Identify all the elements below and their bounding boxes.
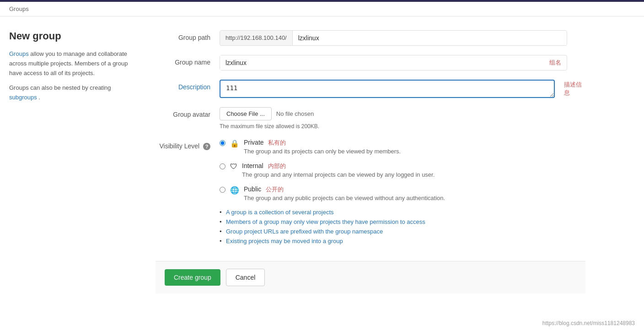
visibility-internal: 🛡 Internal 内部的 The group and any interna… — [220, 162, 567, 178]
visibility-field: Visibility Level ? 🔒 Private 私有的 — [156, 139, 585, 247]
group-name-label: Group name — [156, 55, 220, 66]
intro-text: Groups allow you to manage and collabora… — [9, 49, 137, 78]
left-panel: New group Groups allow you to manage and… — [9, 30, 156, 293]
description-hint: 描述信息 — [564, 81, 585, 97]
visibility-private-radio[interactable] — [220, 140, 225, 146]
choose-file-button[interactable]: Choose File ... — [220, 107, 272, 120]
groups-link[interactable]: Groups — [9, 50, 29, 57]
group-path-input[interactable] — [293, 31, 567, 45]
cancel-button[interactable]: Cancel — [226, 269, 265, 286]
description-field: Description 描述信息 — [156, 80, 585, 98]
info-list: A group is a collection of several proje… — [220, 209, 567, 244]
public-label-cn: 公开的 — [266, 186, 284, 193]
lock-icon: 🔒 — [230, 139, 239, 148]
shield-icon: 🛡 — [230, 163, 237, 171]
group-name-hint: 组名 — [549, 59, 567, 67]
group-path-label: Group path — [156, 30, 220, 41]
info-item-2: Members of a group may only view project… — [220, 218, 567, 225]
group-avatar-field: Group avatar Choose File ... No file cho… — [156, 107, 585, 130]
visibility-private: 🔒 Private 私有的 The group and its projects… — [220, 139, 567, 155]
public-desc: The group and any public projects can be… — [244, 195, 445, 201]
info-item-1: A group is a collection of several proje… — [220, 209, 567, 216]
group-path-field: Group path http://192.168.100.140/ — [156, 30, 585, 46]
page-title: New group — [9, 30, 137, 42]
private-label-cn: 私有的 — [268, 139, 286, 146]
internal-desc: The group and any internal projects can … — [242, 171, 435, 178]
subgroups-text: Groups can also be nested by creating su… — [9, 83, 137, 103]
group-path-prefix: http://192.168.100.140/ — [220, 31, 293, 45]
breadcrumb: Groups — [0, 2, 644, 16]
visibility-label: Visibility Level ? — [156, 139, 220, 150]
group-name-input[interactable] — [220, 55, 549, 70]
file-size-hint: The maximum file size allowed is 200KB. — [220, 123, 585, 130]
group-path-input-group: http://192.168.100.140/ — [220, 30, 567, 46]
group-name-wrapper: 组名 — [220, 55, 567, 71]
create-group-button[interactable]: Create group — [165, 269, 220, 286]
visibility-options: 🔒 Private 私有的 The group and its projects… — [220, 139, 567, 244]
visibility-public-radio[interactable] — [220, 187, 225, 193]
no-file-text: No file chosen — [276, 110, 314, 117]
internal-label-cn: 内部的 — [268, 163, 286, 169]
form-actions: Create group Cancel — [156, 261, 585, 293]
visibility-help-icon[interactable]: ? — [203, 143, 210, 150]
breadcrumb-label: Groups — [9, 5, 29, 12]
info-item-4: Existing projects may be moved into a gr… — [220, 238, 567, 244]
right-panel: Group path http://192.168.100.140/ Group… — [156, 30, 585, 293]
subgroups-link[interactable]: subgroups — [9, 94, 37, 101]
description-input[interactable] — [220, 80, 555, 98]
file-input-area: Choose File ... No file chosen — [220, 107, 585, 120]
private-desc: The group and its projects can only be v… — [244, 148, 401, 155]
internal-label: Internal — [242, 162, 263, 169]
private-label: Private — [244, 139, 264, 146]
public-label: Public — [244, 185, 261, 193]
visibility-public: 🌐 Public 公开的 The group and any public pr… — [220, 185, 567, 201]
group-name-field: Group name 组名 — [156, 55, 585, 71]
description-label: Description — [156, 80, 220, 91]
group-avatar-label: Group avatar — [156, 107, 220, 118]
info-item-3: Group project URLs are prefixed with the… — [220, 228, 567, 235]
globe-icon: 🌐 — [230, 186, 239, 195]
visibility-internal-radio[interactable] — [220, 163, 225, 169]
